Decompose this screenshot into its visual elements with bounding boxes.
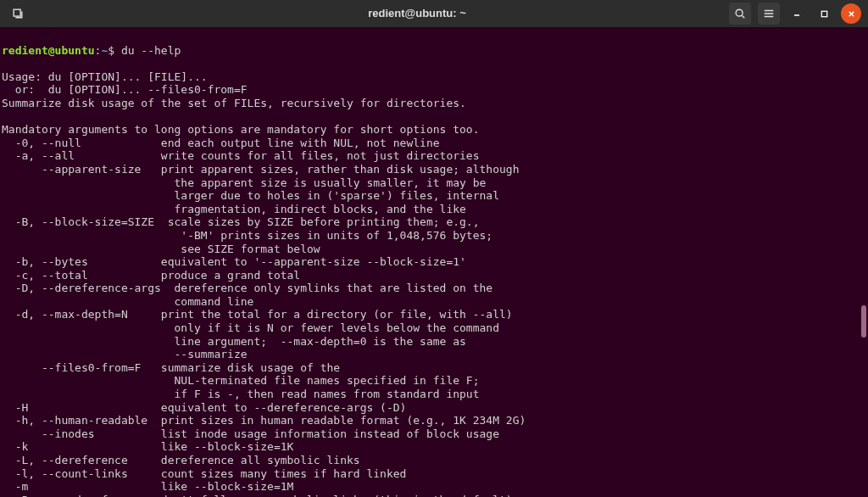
minimize-button[interactable] — [787, 3, 807, 24]
output-line: -b, --bytes equivalent to '--apparent-si… — [2, 255, 866, 269]
output-line: -0, --null end each output line with NUL… — [2, 137, 866, 150]
output-line: see SIZE format below — [2, 243, 866, 256]
output-line: command line — [2, 295, 866, 309]
output-line: -k like --block-size=1K — [2, 440, 866, 454]
output-line: -P, --no-dereference don't follow any sy… — [2, 494, 866, 497]
output-line: -H equivalent to --dereference-args (-D) — [2, 401, 866, 415]
vertical-scrollbar-thumb[interactable] — [861, 305, 866, 338]
entered-command: du --help — [121, 44, 181, 57]
output-line: -a, --all write counts for all files, no… — [2, 149, 866, 163]
hamburger-menu-icon[interactable] — [758, 3, 780, 25]
output-line: larger due to holes in ('sparse') files,… — [2, 189, 866, 203]
output-line: NUL-terminated file names specified in f… — [2, 374, 866, 388]
terminal-viewport[interactable]: redient@ubuntu:~$ du --help Usage: du [O… — [0, 27, 868, 497]
svg-rect-2 — [821, 11, 826, 16]
output-line: --inodes list inode usage information in… — [2, 427, 866, 441]
prompt-user: redient@ubuntu — [2, 44, 95, 57]
terminal-output: Usage: du [OPTION]... [FILE]... or: du [… — [2, 70, 866, 497]
output-line — [2, 110, 866, 124]
output-line: -D, --dereference-args dereference only … — [2, 282, 866, 295]
output-line: Mandatory arguments to long options are … — [2, 123, 866, 137]
output-line: -B, --block-size=SIZE scale sizes by SIZ… — [2, 215, 866, 229]
output-line: -h, --human-readable print sizes in huma… — [2, 414, 866, 427]
output-line: -m like --block-size=1M — [2, 480, 866, 494]
prompt-symbol: $ — [108, 44, 114, 57]
maximize-button[interactable] — [814, 3, 834, 24]
output-line: line argument; --max-depth=0 is the same… — [2, 335, 866, 349]
new-tab-icon[interactable] — [7, 3, 29, 25]
output-line: --summarize — [2, 348, 866, 361]
svg-rect-0 — [14, 9, 20, 16]
search-icon[interactable] — [729, 3, 751, 25]
output-line: -L, --dereference dereference all symbol… — [2, 454, 866, 467]
output-line: or: du [OPTION]... --files0-from=F — [2, 83, 866, 97]
output-line: --files0-from=F summarize disk usage of … — [2, 361, 866, 375]
output-line: '-BM' prints sizes in units of 1,048,576… — [2, 229, 866, 243]
output-line: -l, --count-links count sizes many times… — [2, 467, 866, 481]
output-line: fragmentation, indirect blocks, and the … — [2, 203, 866, 216]
output-line: Usage: du [OPTION]... [FILE]... — [2, 70, 866, 84]
svg-point-1 — [736, 9, 743, 16]
titlebar: redient@ubuntu: ~ — [0, 0, 868, 27]
output-line: the apparent size is usually smaller, it… — [2, 176, 866, 190]
close-button[interactable] — [841, 3, 861, 24]
window-title: redient@ubuntu: ~ — [108, 7, 726, 20]
output-line: --apparent-size print apparent sizes, ra… — [2, 163, 866, 176]
output-line: only if it is N or fewer levels below th… — [2, 321, 866, 335]
output-line: Summarize disk usage of the set of FILEs… — [2, 97, 866, 110]
output-line: -c, --total produce a grand total — [2, 269, 866, 282]
prompt-line: redient@ubuntu:~$ du --help — [2, 44, 866, 58]
output-line: if F is -, then read names from standard… — [2, 388, 866, 401]
output-line: -d, --max-depth=N print the total for a … — [2, 308, 866, 321]
